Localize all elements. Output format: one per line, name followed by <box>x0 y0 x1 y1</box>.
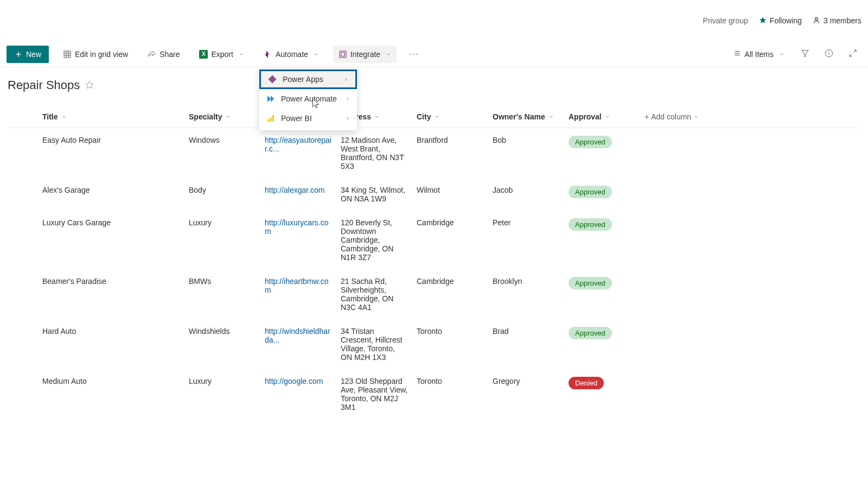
column-owner[interactable]: Owner's Name <box>488 112 564 121</box>
cell-owner: Jacob <box>488 186 564 194</box>
cell-city: Wilmot <box>412 186 488 194</box>
website-link[interactable]: http://google.com <box>265 377 323 385</box>
chevron-down-icon <box>386 52 391 57</box>
website-link[interactable]: http://alexgar.com <box>265 186 325 194</box>
approval-badge: Approved <box>569 218 612 231</box>
integrate-power-automate-item[interactable]: Power Automate <box>259 89 357 109</box>
website-link[interactable]: http://luxurycars.com <box>265 218 329 236</box>
cell-owner: Brad <box>488 327 564 336</box>
cell-address: 21 Sacha Rd, Silverheights, Cambridge, O… <box>336 277 412 312</box>
chevron-down-icon <box>61 114 67 119</box>
share-icon <box>148 50 156 59</box>
website-link[interactable]: http://windshieldharda... <box>265 327 330 344</box>
plus-icon <box>14 50 23 59</box>
cell-approval: Approved <box>564 277 640 289</box>
cell-approval: Denied <box>564 377 640 389</box>
chevron-down-icon <box>434 114 439 119</box>
table-row[interactable]: Luxury Cars Garage Luxury http://luxuryc… <box>8 211 860 269</box>
chevron-down-icon <box>548 114 554 119</box>
chevron-right-icon <box>345 116 350 121</box>
cell-title[interactable]: Beamer's Paradise <box>38 277 184 286</box>
table-header-row: Title Specialty Website Address City <box>8 105 860 128</box>
integrate-power-bi-item[interactable]: Power BI <box>259 109 357 128</box>
approval-badge: Approved <box>569 327 612 339</box>
plus-icon: + <box>644 112 649 121</box>
table-row[interactable]: Alex's Garage Body http://alexgar.com 34… <box>8 178 860 211</box>
visibility-label: Private group <box>703 16 748 25</box>
power-bi-icon <box>266 113 276 123</box>
cell-specialty: Luxury <box>184 377 260 385</box>
cell-title[interactable]: Medium Auto <box>38 377 184 385</box>
website-link[interactable]: http://easyautorepair.c... <box>265 136 331 153</box>
cell-website: http://alexgar.com <box>260 186 336 194</box>
integrate-button[interactable]: Integrate <box>333 46 397 63</box>
filter-button[interactable] <box>796 46 814 63</box>
table-row[interactable]: Easy Auto Repair Windows http://easyauto… <box>8 128 860 178</box>
following-button[interactable]: Following <box>759 16 802 26</box>
cell-title[interactable]: Easy Auto Repair <box>38 136 184 144</box>
chevron-right-icon <box>343 77 349 82</box>
cell-city: Brantford <box>412 136 488 144</box>
chevron-down-icon <box>374 114 380 119</box>
cell-specialty: Windshields <box>184 327 260 336</box>
list-view-icon <box>733 49 741 59</box>
svg-rect-21 <box>272 115 274 122</box>
add-column-button[interactable]: + Add column <box>640 112 860 121</box>
cell-approval: Approved <box>564 186 640 198</box>
cell-title[interactable]: Luxury Cars Garage <box>38 218 184 227</box>
cell-specialty: Windows <box>184 136 260 144</box>
svg-point-0 <box>815 17 818 20</box>
info-button[interactable] <box>820 46 838 63</box>
cell-owner: Gregory <box>488 377 564 385</box>
svg-rect-8 <box>340 51 346 58</box>
command-bar: New Edit in grid view Share X Export Aut… <box>0 41 868 67</box>
info-icon <box>825 49 833 59</box>
export-button[interactable]: X Export <box>194 46 249 63</box>
favorite-button[interactable] <box>85 80 94 91</box>
person-icon <box>813 16 820 26</box>
cell-address: 123 Old Sheppard Ave, Pleasant View, Tor… <box>336 377 412 412</box>
view-selector-button[interactable]: All Items <box>728 46 790 63</box>
members-button[interactable]: 3 members <box>813 16 861 26</box>
svg-marker-13 <box>802 50 808 57</box>
cell-approval: Approved <box>564 218 640 231</box>
expand-button[interactable] <box>844 46 861 63</box>
share-button[interactable]: Share <box>142 46 185 63</box>
integrate-icon <box>339 50 347 59</box>
approval-badge: Approved <box>569 136 612 148</box>
integrate-power-apps-item[interactable]: Power Apps <box>259 69 357 89</box>
new-button[interactable]: New <box>7 46 49 63</box>
cell-address: 12 Madison Ave, West Brant, Brantford, O… <box>336 136 412 170</box>
cell-address: 34 King St, Wilmot, ON N3A 1W9 <box>336 186 412 203</box>
cell-approval: Approved <box>564 327 640 339</box>
svg-line-17 <box>853 50 856 53</box>
more-options-button[interactable]: ··· <box>405 46 423 63</box>
chevron-down-icon <box>779 52 784 57</box>
table-row[interactable]: Medium Auto Luxury http://google.com 123… <box>8 369 860 419</box>
website-link[interactable]: http://iheartbmw.com <box>265 277 329 294</box>
cell-city: Cambridge <box>412 277 488 286</box>
column-city[interactable]: City <box>412 112 488 121</box>
svg-rect-20 <box>270 117 272 122</box>
column-approval[interactable]: Approval <box>564 112 640 121</box>
approval-badge: Denied <box>569 377 604 389</box>
cell-title[interactable]: Alex's Garage <box>38 186 184 194</box>
automate-button[interactable]: Automate <box>258 46 324 63</box>
approval-badge: Approved <box>569 277 612 289</box>
automate-icon <box>264 50 272 59</box>
column-specialty[interactable]: Specialty <box>184 112 260 121</box>
table-row[interactable]: Beamer's Paradise BMWs http://iheartbmw.… <box>8 269 860 319</box>
column-title[interactable]: Title <box>38 112 184 121</box>
cell-title[interactable]: Hard Auto <box>38 327 184 336</box>
excel-icon: X <box>199 50 208 59</box>
list-title: Repair Shops <box>8 78 80 92</box>
table-row[interactable]: Hard Auto Windshields http://windshieldh… <box>8 319 860 369</box>
power-apps-icon <box>267 74 277 84</box>
chevron-down-icon <box>605 114 610 119</box>
cell-website: http://google.com <box>260 377 336 385</box>
svg-rect-19 <box>267 119 269 122</box>
cell-city: Toronto <box>412 327 488 336</box>
group-info-bar: Private group Following 3 members <box>703 0 868 41</box>
edit-in-grid-button[interactable]: Edit in grid view <box>58 46 133 63</box>
cell-owner: Peter <box>488 218 564 227</box>
